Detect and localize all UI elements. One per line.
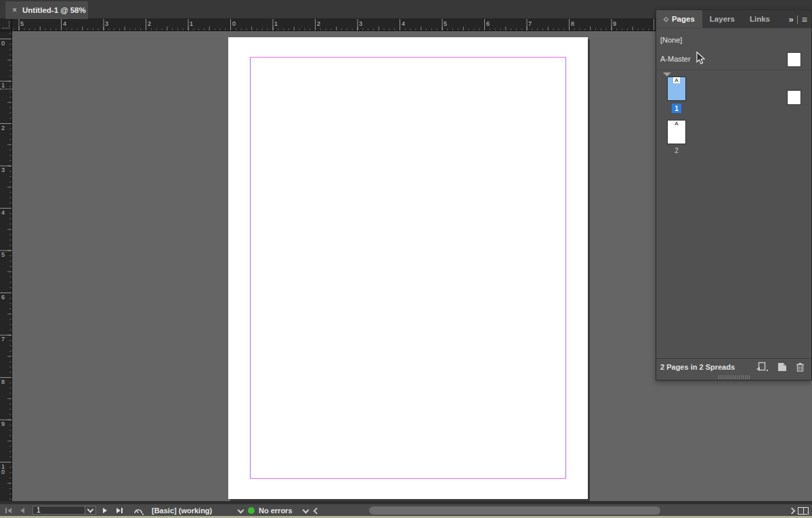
document-tab-title: Untitled-1 @ 58% — [22, 6, 86, 14]
pages-panel-footer: 2 Pages in 2 Spreads — [656, 358, 811, 374]
panel-resize-grip[interactable] — [719, 375, 750, 379]
panel-collapse-diamond-icon: ◇ — [664, 16, 668, 22]
page-1-thumbnail[interactable]: A — [667, 77, 686, 101]
tab-pages-label: Pages — [672, 15, 695, 23]
panel-menu-icon[interactable]: ≡ — [802, 15, 807, 24]
document-page[interactable] — [228, 37, 588, 499]
preflight-profile-label: [Basic] (working) — [152, 506, 212, 515]
preflight-status-dropdown-icon[interactable] — [303, 504, 308, 517]
margin-guides — [250, 57, 566, 479]
close-icon[interactable]: × — [12, 6, 17, 14]
tab-links[interactable]: Links — [742, 10, 777, 28]
tab-layers-label: Layers — [710, 15, 735, 23]
ruler-mouse-position-marker — [0, 89, 12, 89]
page-1-number-badge[interactable]: 1 — [672, 104, 681, 113]
page-2-master-letter: A — [673, 121, 679, 127]
page-2-thumbnail[interactable]: A — [667, 120, 686, 144]
page-1-master-letter: A — [673, 77, 679, 83]
master-a-thumbnail[interactable] — [787, 90, 801, 105]
panel-tab-bar: ◇ Pages Layers Links » ≡ — [656, 10, 811, 28]
ruler-origin-crosshair-icon — [2, 21, 9, 28]
preflight-profile[interactable]: [Basic] (working) — [152, 504, 212, 517]
master-none-label: [None] — [660, 36, 682, 44]
hscroll-right-arrow[interactable] — [790, 504, 794, 517]
last-page-button[interactable] — [116, 504, 123, 517]
status-bar: 1 [Basic] (working) No errors — [0, 504, 812, 516]
preflight-profile-dropdown-icon[interactable] — [238, 504, 243, 517]
vertical-ruler[interactable]: 012345678910 — [0, 31, 12, 504]
page-number-dropdown[interactable] — [85, 506, 96, 515]
edit-page-size-icon[interactable] — [756, 362, 769, 372]
application-window: × Untitled-1 @ 58% 54321012345678910 012… — [0, 0, 812, 518]
preflight-status-dot — [248, 504, 255, 517]
next-page-button[interactable] — [103, 504, 107, 517]
panel-header-divider — [797, 16, 798, 24]
tab-layers[interactable]: Layers — [702, 10, 742, 28]
master-row-none[interactable]: [None] — [656, 30, 811, 49]
ruler-origin-box[interactable] — [0, 19, 12, 31]
previous-page-button[interactable] — [20, 504, 24, 517]
preflight-status-label: No errors — [259, 506, 293, 515]
tab-pages[interactable]: ◇ Pages — [656, 10, 702, 28]
page-2-number-label: 2 — [667, 147, 686, 154]
panel-section-divider — [656, 70, 811, 71]
first-page-button[interactable] — [5, 504, 12, 517]
master-row-a-master[interactable]: A-Master — [656, 49, 811, 68]
pages-count-status: 2 Pages in 2 Spreads — [660, 363, 756, 371]
delete-page-trash-icon[interactable] — [796, 362, 805, 372]
tab-links-label: Links — [750, 15, 770, 23]
hscroll-left-arrow[interactable] — [314, 504, 319, 517]
create-new-page-icon[interactable] — [777, 362, 787, 372]
preflight-gauge-icon[interactable] — [133, 504, 144, 517]
collapse-panel-icon[interactable]: » — [789, 14, 793, 24]
document-tab[interactable]: × Untitled-1 @ 58% — [5, 1, 88, 19]
page-number-field[interactable]: 1 — [33, 506, 85, 515]
master-a-label: A-Master — [660, 55, 691, 63]
pages-panel: ◇ Pages Layers Links » ≡ [None] A-Master — [656, 9, 812, 381]
window-resize-grip — [807, 511, 811, 516]
hscroll-thumb[interactable] — [369, 506, 660, 515]
preflight-status[interactable]: No errors — [259, 504, 293, 517]
